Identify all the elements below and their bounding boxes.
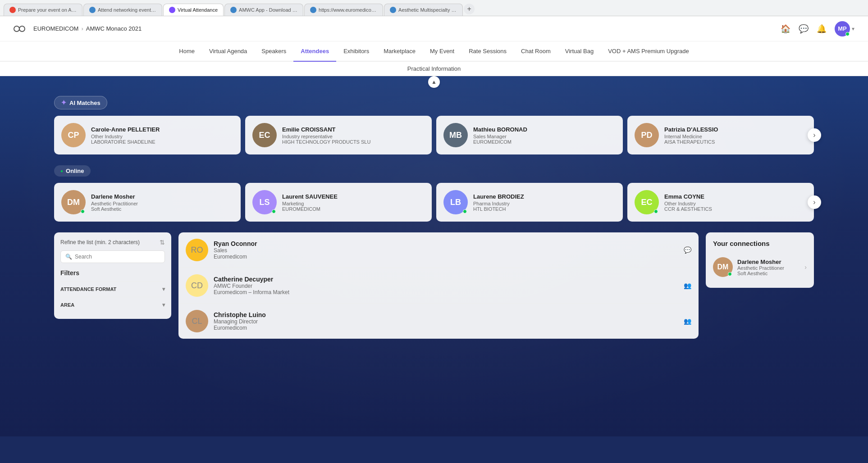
new-tab-button[interactable]: + (464, 4, 475, 14)
person-info: Emilie CROISSANT Industry representative… (282, 126, 370, 145)
ai-matches-label[interactable]: ✦ AI Matches (54, 96, 107, 109)
main-nav: HomeVirtual AgendaSpeakersAttendeesExhib… (0, 41, 868, 62)
online-label: ● Online (54, 165, 91, 177)
filter-panel: Refine the list (min. 2 characters) ⇅ 🔍 … (54, 232, 171, 319)
search-input[interactable] (75, 254, 160, 260)
browser-chrome: Prepare your event on AMWC...Attend netw… (0, 0, 868, 16)
bell-icon[interactable]: 🔔 (817, 24, 827, 34)
person-name: Mathieu BORONAD (473, 126, 527, 133)
nav-item-exhibitors[interactable]: Exhibitors (336, 41, 376, 61)
breadcrumb-current: AMWC Monaco 2021 (86, 25, 142, 32)
browser-tab-attend[interactable]: Attend networking events an... (83, 4, 162, 16)
nav-item-speakers[interactable]: Speakers (254, 41, 293, 61)
connection-role: Aesthetic Practitioner (737, 265, 800, 271)
breadcrumb-separator: › (81, 25, 83, 32)
attendee-action-icon[interactable]: 💬 (684, 246, 691, 254)
nav-item-rate-sessions[interactable]: Rate Sessions (461, 41, 514, 61)
attendee-name: Ryan Oconnor (214, 240, 678, 247)
browser-tab-euromedi[interactable]: https://www.euromedicom.co... (304, 4, 383, 16)
filter-chevron-icon: ▾ (162, 302, 165, 308)
online-card-coyne[interactable]: EC Emma COYNE Other Industry CCR & AESTH… (627, 183, 814, 222)
attendee-item-oconnor[interactable]: RO Ryan Oconnor Sales Euromedicom 💬 (178, 232, 699, 268)
ai-icon: ✦ (61, 99, 67, 107)
filter-section-area[interactable]: AREA▾ (60, 297, 165, 313)
nav-item-vod-ams[interactable]: VOD + AMS Premium Upgrade (601, 41, 696, 61)
person-avatar: EC (252, 123, 277, 147)
logo-icon (14, 25, 26, 33)
collapse-button[interactable]: ▲ (428, 76, 440, 88)
breadcrumb-root[interactable]: EUROMEDICOM (33, 25, 78, 32)
person-company: HIGH TECHNOLOGY PRODUCTS SLU (282, 139, 370, 145)
ai-match-card-croissant[interactable]: EC Emilie CROISSANT Industry representat… (245, 116, 432, 154)
attendee-item-decuyper[interactable]: CD Catherine Decuyper AMWC Founder Eurom… (178, 268, 699, 304)
filter-section-attendance-format[interactable]: ATTENDANCE FORMAT▾ (60, 281, 165, 297)
person-info: Mathieu BORONAD Sales Manager EUROMEDICO… (473, 126, 527, 145)
person-avatar-wrap: LB (443, 190, 468, 214)
nav-row2[interactable]: Practical Information (0, 62, 868, 76)
breadcrumb: EUROMEDICOM › AMWC Monaco 2021 (33, 25, 142, 32)
online-card-brodiez[interactable]: LB Laurene BRODIEZ Pharma Industry HTL B… (436, 183, 623, 222)
attendee-avatar: CD (186, 274, 208, 297)
person-company: HTL BIOTECH (473, 206, 524, 212)
connections-panel: Your connections DM Darlene Mosher Aesth… (706, 232, 814, 288)
main-layout: Refine the list (min. 2 characters) ⇅ 🔍 … (54, 232, 814, 339)
online-scroll-right[interactable]: › (808, 195, 821, 209)
home-icon[interactable]: 🏠 (781, 24, 790, 34)
nav-item-virtual-bag[interactable]: Virtual Bag (558, 41, 601, 61)
attendee-action-icon[interactable]: 👥 (684, 318, 691, 325)
nav-item-home[interactable]: Home (172, 41, 202, 61)
right-panel: Your connections DM Darlene Mosher Aesth… (706, 232, 814, 339)
center-panel: RO Ryan Oconnor Sales Euromedicom 💬 CD C… (178, 232, 699, 339)
ai-match-card-pelletier[interactable]: CP Carole-Anne PELLETIER Other Industry … (54, 116, 241, 154)
logo-area (14, 25, 26, 33)
person-info: Patrizia D'ALESSIO Internal Medicine AIS… (664, 126, 718, 145)
connection-item-mosher-conn[interactable]: DM Darlene Mosher Aesthetic Practitioner… (713, 254, 807, 281)
person-name: Patrizia D'ALESSIO (664, 126, 718, 133)
user-avatar-wrapper[interactable]: MP ▾ (835, 21, 854, 36)
nav-item-virtual-agenda[interactable]: Virtual Agenda (202, 41, 254, 61)
attendee-role: Managing Director (214, 318, 678, 325)
chat-icon[interactable]: 💬 (799, 24, 809, 34)
online-card-sauvenee[interactable]: LS Laurent SAUVENEE Marketing EUROMEDICO… (245, 183, 432, 222)
person-company: Soft Aesthetic (91, 206, 138, 212)
nav-item-chat-room[interactable]: Chat Room (514, 41, 558, 61)
ai-match-card-boronad[interactable]: MB Mathieu BORONAD Sales Manager EUROMED… (436, 116, 623, 154)
person-online-dot (463, 209, 467, 213)
ai-matches-scroll-right[interactable]: › (808, 128, 821, 142)
nav-item-marketplace[interactable]: Marketplace (376, 41, 423, 61)
attendee-avatar: CL (186, 310, 208, 332)
ai-matches-row: CP Carole-Anne PELLETIER Other Industry … (54, 116, 814, 154)
person-info: Emma COYNE Other Industry CCR & AESTHETI… (664, 193, 712, 212)
user-online-dot (845, 32, 850, 36)
attendee-item-luino[interactable]: CL Christophe Luino Managing Director Eu… (178, 304, 699, 339)
browser-tab-amwcapp[interactable]: AMWC App - Download the a... (224, 4, 303, 16)
connection-name: Darlene Mosher (737, 259, 800, 265)
browser-tab-gmail[interactable]: Prepare your event on AMWC... (4, 4, 82, 16)
nav-item-my-event[interactable]: My Event (423, 41, 461, 61)
filters-title: Filters (60, 269, 165, 277)
filter-sort-icon[interactable]: ⇅ (160, 239, 165, 246)
person-role: Pharma Industry (473, 201, 524, 206)
person-role: Internal Medicine (664, 134, 718, 139)
nav-item-attendees[interactable]: Attendees (293, 41, 336, 62)
person-avatar-wrap: EC (635, 190, 659, 214)
filter-chevron-icon: ▾ (162, 286, 165, 292)
search-box[interactable]: 🔍 (60, 250, 165, 263)
person-name: Laurene BRODIEZ (473, 193, 524, 200)
online-row: DM Darlene Mosher Aesthetic Practitioner… (54, 183, 814, 222)
attendee-info: Catherine Decuyper AMWC Founder Euromedi… (214, 276, 678, 295)
connection-online-dot (728, 272, 732, 276)
person-avatar-wrap: LS (252, 190, 277, 214)
person-role: Sales Manager (473, 134, 527, 139)
browser-tab-virtual[interactable]: Virtual Attendance (163, 4, 224, 16)
browser-tab-aesthetic[interactable]: Aesthetic Multispecialty Soci... (384, 4, 463, 16)
ai-match-card-dalessio[interactable]: PD Patrizia D'ALESSIO Internal Medicine … (627, 116, 814, 154)
online-card-mosher[interactable]: DM Darlene Mosher Aesthetic Practitioner… (54, 183, 241, 222)
person-info: Laurene BRODIEZ Pharma Industry HTL BIOT… (473, 193, 524, 212)
filter-panel-header: Refine the list (min. 2 characters) ⇅ (60, 239, 165, 246)
attendee-avatar: RO (186, 239, 208, 261)
person-role: Industry representative (282, 134, 370, 139)
person-info: Darlene Mosher Aesthetic Practitioner So… (91, 193, 138, 212)
left-panel: Refine the list (min. 2 characters) ⇅ 🔍 … (54, 232, 171, 339)
attendee-action-icon[interactable]: 👥 (684, 282, 691, 289)
